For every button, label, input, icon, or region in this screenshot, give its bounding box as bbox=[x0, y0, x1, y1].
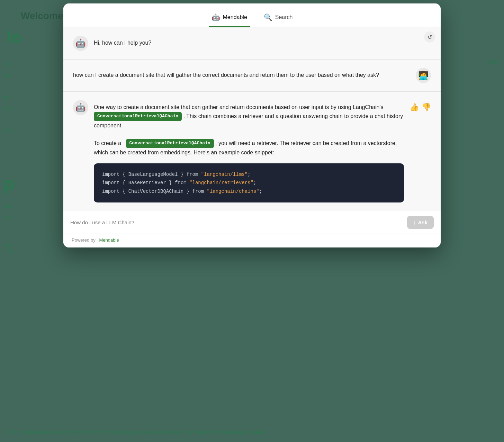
bot-answer-text: One way to create a document site that c… bbox=[94, 100, 404, 202]
tab-bar: 🤖 Mendable 🔍 Search bbox=[63, 3, 441, 27]
bot-answer-avatar: 🤖 bbox=[73, 100, 88, 115]
tab-search[interactable]: 🔍 Search bbox=[261, 10, 296, 27]
bot-avatar: 🤖 bbox=[73, 36, 88, 51]
code-block: import { BaseLanguageModel } from "langc… bbox=[94, 163, 404, 203]
code-line-1: import { BaseLanguageModel } from "langc… bbox=[102, 170, 396, 179]
answer-text-part3: To create a bbox=[94, 140, 121, 146]
answer-text-part1: One way to create a document site that c… bbox=[94, 104, 383, 110]
bot-message-row: 🤖 Hi, how can I help you? bbox=[73, 36, 431, 51]
message-bot-answer: 🤖 One way to create a document site that… bbox=[63, 92, 441, 211]
search-icon: 🔍 bbox=[264, 13, 272, 21]
modal-backdrop: 🤖 Mendable 🔍 Search ↺ 🤖 Hi, how can I he… bbox=[0, 0, 504, 442]
user-question-text: how can I create a document site that wi… bbox=[73, 68, 410, 80]
thumbs-up-icon[interactable]: 👍 bbox=[410, 103, 419, 112]
powered-by-text: Powered by bbox=[72, 237, 96, 243]
tab-mendable-label: Mendable bbox=[223, 14, 247, 20]
thumbs-down-icon[interactable]: 👎 bbox=[422, 103, 431, 112]
code-badge-2: ConversationalRetrievalQAChain bbox=[126, 139, 214, 148]
tab-search-label: Search bbox=[275, 14, 293, 20]
ask-label: Ask bbox=[418, 219, 428, 225]
user-avatar: 🧑‍💻 bbox=[416, 68, 431, 83]
chat-input[interactable] bbox=[70, 218, 403, 227]
mendable-icon: 🤖 bbox=[212, 13, 220, 21]
user-message-row: 🧑‍💻 how can I create a document site tha… bbox=[73, 68, 431, 83]
reset-button[interactable]: ↺ bbox=[424, 31, 435, 43]
input-area: ↑ Ask bbox=[63, 211, 441, 234]
message-user-question: 🧑‍💻 how can I create a document site tha… bbox=[63, 60, 441, 92]
reset-icon: ↺ bbox=[428, 34, 432, 40]
bot-answer-row: 🤖 One way to create a document site that… bbox=[73, 100, 431, 202]
mendable-link[interactable]: Mendable bbox=[99, 237, 119, 243]
ask-icon: ↑ bbox=[413, 219, 416, 225]
code-line-2: import { BaseRetriever } from "langchain… bbox=[102, 179, 396, 187]
ask-button[interactable]: ↑ Ask bbox=[407, 216, 434, 229]
chat-area: ↺ 🤖 Hi, how can I help you? 🧑‍💻 how can … bbox=[63, 27, 441, 211]
code-badge-1: ConversationalRetrievalQAChain bbox=[94, 112, 182, 121]
chat-modal: 🤖 Mendable 🔍 Search ↺ 🤖 Hi, how can I he… bbox=[63, 3, 441, 247]
modal-footer: Powered by Mendable bbox=[63, 234, 441, 247]
tab-mendable[interactable]: 🤖 Mendable bbox=[209, 10, 250, 27]
message-bot-greeting: 🤖 Hi, how can I help you? bbox=[63, 27, 441, 60]
bot-greeting-text: Hi, how can I help you? bbox=[94, 36, 431, 47]
feedback-icons: 👍 👎 bbox=[410, 100, 431, 112]
code-line-3: import { ChatVectorDBQAChain } from "lan… bbox=[102, 187, 396, 196]
